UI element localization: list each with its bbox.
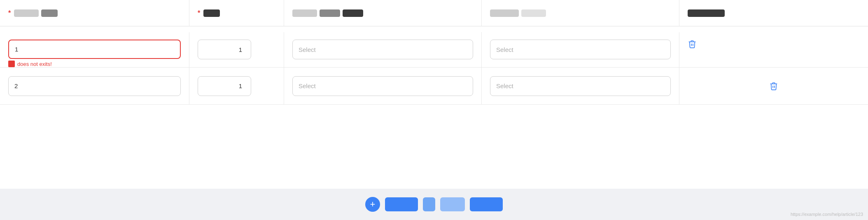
row1-col4-select[interactable]: Select <box>490 40 671 59</box>
row2-col4-placeholder: Select <box>496 82 513 89</box>
header-pill-col4-1 <box>490 9 519 17</box>
header-label-col2 <box>203 9 220 17</box>
row1-error-message: does not exits! <box>8 61 52 67</box>
header-pill-col3-1 <box>292 9 317 17</box>
data-cell-row1-col4: Select <box>482 32 679 67</box>
data-cell-row2-col5 <box>679 68 868 104</box>
data-cell-row2-col4: Select <box>482 68 679 104</box>
row2-name-input[interactable] <box>8 76 181 96</box>
required-star-col2: * <box>198 9 200 17</box>
table-row: does not exits! ▲ ▼ Select <box>0 26 868 68</box>
header-cell-col1: * <box>0 0 189 26</box>
data-cell-row1-col3: Select <box>284 32 482 67</box>
row2-stepper: ▲ ▼ <box>198 76 251 96</box>
row1-col4-placeholder: Select <box>496 46 513 53</box>
row2-col3-select[interactable]: Select <box>292 76 473 96</box>
header-cell-col5 <box>679 0 868 26</box>
footer-action-pill-3[interactable] <box>440 197 465 211</box>
header-pill-col3-2 <box>320 9 340 17</box>
header-cell-col4 <box>482 0 679 26</box>
data-cell-row1-col2: ▲ ▼ <box>189 32 284 67</box>
row2-col3-placeholder: Select <box>299 82 316 89</box>
header-pill-col4-2 <box>521 9 546 17</box>
row1-delete-button[interactable] <box>688 40 697 49</box>
table-row: ▲ ▼ Select Select <box>0 68 868 105</box>
footer-action-pill-4[interactable] <box>470 197 503 211</box>
footer-row: + <box>0 189 868 220</box>
data-cell-row2-col3: Select <box>284 68 482 104</box>
add-row-button[interactable]: + <box>365 197 380 212</box>
header-pill-col1-2 <box>41 9 58 17</box>
row1-col3-placeholder: Select <box>299 46 316 53</box>
data-cell-row1-col5 <box>679 32 868 67</box>
header-cell-col3 <box>284 0 482 26</box>
row1-name-input[interactable] <box>8 40 181 59</box>
error-icon <box>8 61 15 67</box>
header-pill-col2-1 <box>203 9 220 17</box>
required-star-col1: * <box>8 9 11 17</box>
data-cell-row1-col1: does not exits! <box>0 32 189 67</box>
header-cell-col2: * <box>189 0 284 26</box>
error-text: does not exits! <box>17 61 52 67</box>
row1-col3-select[interactable]: Select <box>292 40 473 59</box>
row1-quantity-input[interactable] <box>198 46 251 53</box>
header-row: * * <box>0 0 868 26</box>
content-area: does not exits! ▲ ▼ Select <box>0 26 868 189</box>
header-pill-col5-1 <box>688 9 725 17</box>
header-label-col4 <box>490 9 546 17</box>
footer-action-pill-2[interactable] <box>423 197 435 211</box>
row2-delete-button[interactable] <box>769 82 778 91</box>
header-pill-col1-1 <box>14 9 39 17</box>
bottom-right-link: https://example.com/help/article/123 <box>791 212 863 217</box>
data-cell-row2-col2: ▲ ▼ <box>189 68 284 104</box>
data-cell-row2-col1 <box>0 68 189 104</box>
header-label-col5 <box>688 9 725 17</box>
header-label-col1 <box>14 9 58 17</box>
footer-action-pill-1[interactable] <box>385 197 418 211</box>
page-wrapper: * * <box>0 0 868 220</box>
row2-quantity-input[interactable] <box>198 82 251 89</box>
row1-stepper: ▲ ▼ <box>198 40 251 59</box>
row2-col4-select[interactable]: Select <box>490 76 671 96</box>
header-pill-col3-3 <box>343 9 363 17</box>
header-label-col3 <box>292 9 363 17</box>
